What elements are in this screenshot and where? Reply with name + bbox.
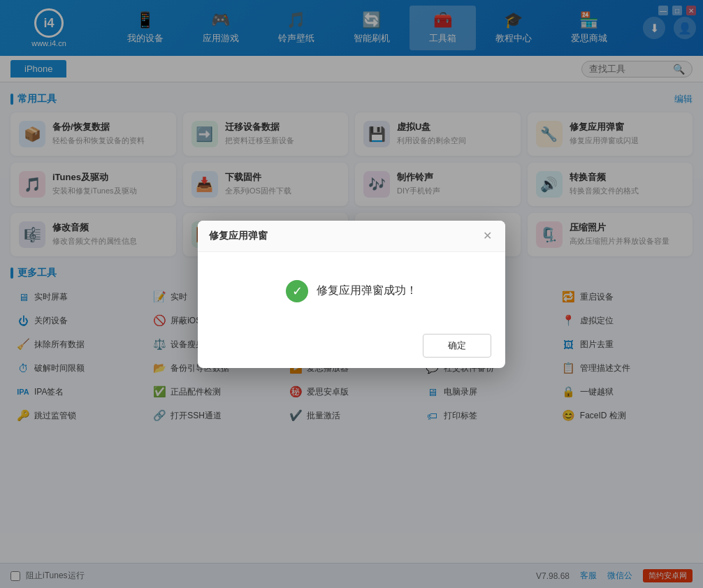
success-message: 修复应用弹窗成功！ [317, 284, 417, 298]
confirm-button[interactable]: 确定 [423, 334, 491, 358]
modal-body: ✓ 修复应用弹窗成功！ [198, 252, 505, 323]
modal-close-button[interactable]: ✕ [480, 229, 494, 243]
success-icon: ✓ [286, 280, 308, 302]
modal-footer: 确定 [198, 323, 505, 368]
repair-app-modal: 修复应用弹窗 ✕ ✓ 修复应用弹窗成功！ 确定 [198, 221, 505, 368]
modal-success-content: ✓ 修复应用弹窗成功！ [286, 280, 417, 302]
modal-header: 修复应用弹窗 ✕ [198, 221, 505, 252]
modal-overlay[interactable]: 修复应用弹窗 ✕ ✓ 修复应用弹窗成功！ 确定 [0, 0, 703, 588]
modal-title: 修复应用弹窗 [209, 230, 268, 242]
